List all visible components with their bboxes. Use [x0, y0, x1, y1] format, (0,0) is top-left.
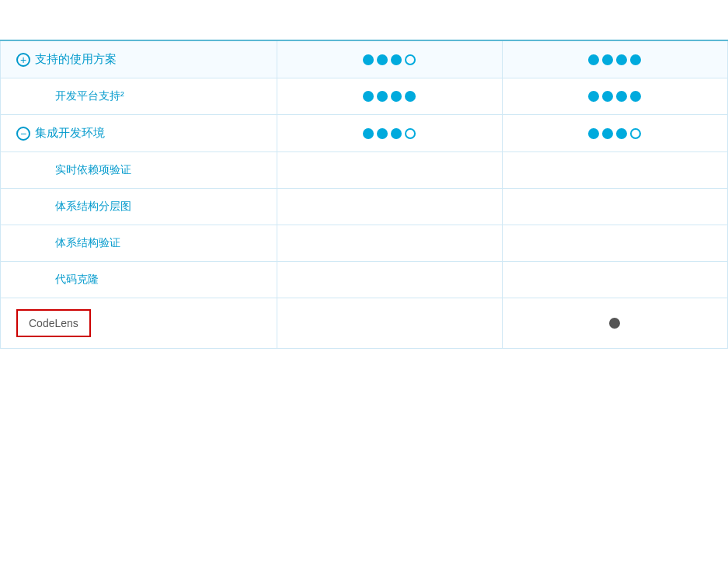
dot-filled — [602, 128, 613, 139]
table-row: CodeLens — [1, 298, 728, 349]
professional-dots-realtime-dep — [502, 152, 727, 189]
table-row: 开发平台支持² — [1, 78, 728, 115]
dot-filled — [588, 54, 599, 65]
feature-label-arch-validate: 体系结构验证 — [55, 236, 120, 250]
feature-label-supported-use: 支持的使用方案 — [35, 52, 117, 67]
feature-cell-arch-layer: 体系结构分层图 — [1, 189, 277, 225]
professional-dots-code-clone — [502, 262, 727, 298]
feature-cell-arch-validate: 体系结构验证 — [1, 225, 277, 262]
dot-filled — [391, 91, 402, 102]
feature-column-header — [1, 0, 277, 40]
dot-filled — [391, 128, 402, 139]
professional-dots-arch-layer — [502, 189, 727, 225]
feature-label-dev-platform: 开发平台支持² — [55, 89, 124, 103]
table-header — [1, 0, 728, 40]
community-column-header — [277, 0, 502, 40]
dot-filled — [405, 91, 416, 102]
feature-cell-supported-use: +支持的使用方案 — [1, 40, 277, 78]
table-row: 体系结构分层图 — [1, 189, 728, 225]
table-row: 实时依赖项验证 — [1, 152, 728, 189]
feature-label-arch-layer: 体系结构分层图 — [55, 200, 131, 214]
feature-cell-codelens: CodeLens — [1, 298, 277, 349]
expand-icon[interactable]: + — [16, 53, 30, 67]
feature-cell-dev-platform: 开发平台支持² — [1, 78, 277, 115]
feature-label-ide: 集成开发环境 — [35, 126, 105, 141]
community-dots-ide — [277, 115, 502, 152]
comparison-table: +支持的使用方案开发平台支持²−集成开发环境实时依赖项验证体系结构分层图体系结构… — [0, 0, 728, 349]
professional-dots-supported-use — [502, 40, 727, 78]
table-row: 代码克隆 — [1, 262, 728, 298]
dot-filled — [377, 128, 388, 139]
feature-cell-code-clone: 代码克隆 — [1, 262, 277, 298]
feature-cell-ide: −集成开发环境 — [1, 115, 277, 152]
dot-filled — [616, 128, 627, 139]
professional-dots-codelens — [502, 298, 727, 349]
collapse-icon[interactable]: − — [16, 127, 30, 141]
dot-empty — [630, 128, 641, 139]
dot-filled — [588, 128, 599, 139]
community-dots-realtime-dep — [277, 152, 502, 189]
community-dots-arch-validate — [277, 225, 502, 262]
professional-dots-dev-platform — [502, 78, 727, 115]
codelens-label: CodeLens — [16, 309, 91, 337]
dot-filled — [377, 54, 388, 65]
table-row: 体系结构验证 — [1, 225, 728, 262]
professional-dots-ide — [502, 115, 727, 152]
feature-label-realtime-dep: 实时依赖项验证 — [55, 163, 131, 177]
dot-filled — [588, 91, 599, 102]
dot-filled — [391, 54, 402, 65]
table-row: −集成开发环境 — [1, 115, 728, 152]
dot-empty — [405, 54, 416, 65]
dot-filled — [616, 91, 627, 102]
professional-column-header — [502, 0, 727, 40]
community-dots-codelens — [277, 298, 502, 349]
feature-label-code-clone: 代码克隆 — [55, 273, 99, 287]
dot-filled — [363, 54, 374, 65]
dot-filled — [363, 128, 374, 139]
dot-empty — [405, 128, 416, 139]
professional-dots-arch-validate — [502, 225, 727, 262]
dot-filled — [630, 54, 641, 65]
dot-single-dark — [609, 318, 620, 329]
dot-filled — [616, 54, 627, 65]
community-dots-supported-use — [277, 40, 502, 78]
community-dots-dev-platform — [277, 78, 502, 115]
dot-filled — [377, 91, 388, 102]
community-dots-code-clone — [277, 262, 502, 298]
table-row: +支持的使用方案 — [1, 40, 728, 78]
dot-filled — [363, 91, 374, 102]
community-dots-arch-layer — [277, 189, 502, 225]
feature-cell-realtime-dep: 实时依赖项验证 — [1, 152, 277, 189]
dot-filled — [602, 91, 613, 102]
dot-filled — [630, 91, 641, 102]
dot-filled — [602, 54, 613, 65]
